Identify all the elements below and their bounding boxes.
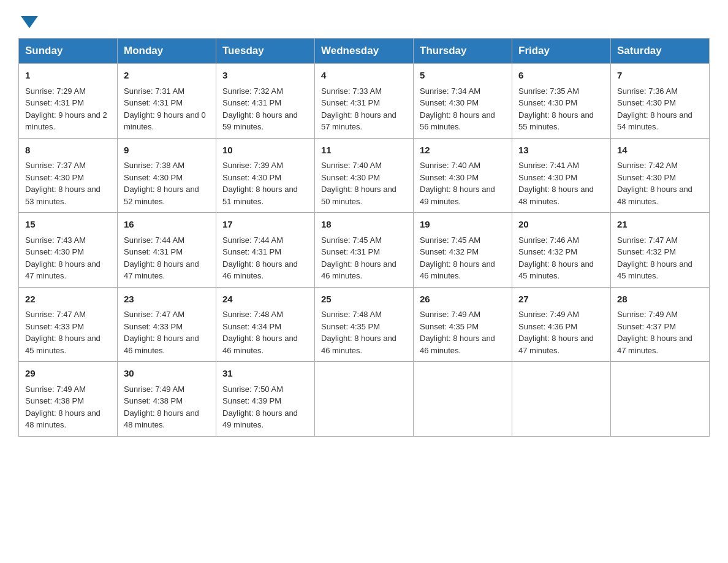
- day-cell-22: 22 Sunrise: 7:47 AM Sunset: 4:33 PM Dayl…: [19, 287, 118, 362]
- daylight-label: Daylight: 8 hours and 48 minutes.: [25, 408, 100, 430]
- daylight-label: Daylight: 8 hours and 52 minutes.: [124, 185, 199, 206]
- daylight-label: Daylight: 8 hours and 49 minutes.: [420, 185, 495, 206]
- sunrise-label: Sunrise: 7:45 AM: [420, 236, 480, 245]
- sunset-label: Sunset: 4:31 PM: [124, 247, 183, 256]
- daylight-label: Daylight: 8 hours and 45 minutes.: [25, 334, 100, 355]
- day-cell-15: 15 Sunrise: 7:43 AM Sunset: 4:30 PM Dayl…: [19, 213, 118, 288]
- day-cell-29: 29 Sunrise: 7:49 AM Sunset: 4:38 PM Dayl…: [19, 362, 118, 437]
- day-number: 1: [25, 69, 111, 83]
- day-number: 6: [518, 69, 604, 83]
- day-cell-26: 26 Sunrise: 7:49 AM Sunset: 4:35 PM Dayl…: [414, 287, 512, 362]
- sunrise-label: Sunrise: 7:32 AM: [222, 86, 283, 96]
- day-cell-21: 21 Sunrise: 7:47 AM Sunset: 4:32 PM Dayl…: [611, 213, 710, 288]
- day-cell-30: 30 Sunrise: 7:49 AM Sunset: 4:38 PM Dayl…: [118, 362, 216, 437]
- sunset-label: Sunset: 4:31 PM: [321, 247, 380, 256]
- day-cell-24: 24 Sunrise: 7:48 AM Sunset: 4:34 PM Dayl…: [216, 287, 315, 362]
- sunset-label: Sunset: 4:31 PM: [25, 98, 84, 107]
- sunset-label: Sunset: 4:31 PM: [222, 247, 281, 256]
- daylight-label: Daylight: 8 hours and 48 minutes.: [617, 185, 692, 206]
- day-cell-12: 12 Sunrise: 7:40 AM Sunset: 4:30 PM Dayl…: [414, 138, 512, 213]
- sunrise-label: Sunrise: 7:46 AM: [518, 236, 579, 245]
- daylight-label: Daylight: 8 hours and 53 minutes.: [25, 185, 100, 206]
- sunset-label: Sunset: 4:35 PM: [420, 322, 479, 331]
- week-row-4: 22 Sunrise: 7:47 AM Sunset: 4:33 PM Dayl…: [19, 287, 710, 362]
- sunrise-label: Sunrise: 7:31 AM: [124, 86, 184, 96]
- weekday-header-sunday: Sunday: [19, 39, 118, 64]
- daylight-label: Daylight: 8 hours and 47 minutes.: [617, 334, 692, 355]
- day-number: 3: [222, 69, 308, 83]
- sunrise-label: Sunrise: 7:45 AM: [321, 236, 382, 245]
- sunset-label: Sunset: 4:33 PM: [124, 322, 183, 331]
- day-number: 24: [222, 293, 308, 307]
- day-cell-7: 7 Sunrise: 7:36 AM Sunset: 4:30 PM Dayli…: [611, 64, 710, 139]
- sunset-label: Sunset: 4:34 PM: [222, 322, 281, 331]
- daylight-label: Daylight: 8 hours and 46 minutes.: [321, 334, 396, 355]
- day-number: 18: [321, 218, 407, 232]
- day-number: 11: [321, 144, 407, 158]
- sunset-label: Sunset: 4:38 PM: [124, 396, 183, 405]
- day-number: 26: [420, 293, 506, 307]
- day-number: 23: [124, 293, 210, 307]
- daylight-label: Daylight: 8 hours and 46 minutes.: [420, 259, 495, 281]
- sunrise-label: Sunrise: 7:48 AM: [321, 310, 382, 319]
- day-cell-9: 9 Sunrise: 7:38 AM Sunset: 4:30 PM Dayli…: [118, 138, 216, 213]
- day-number: 21: [617, 218, 703, 232]
- sunrise-label: Sunrise: 7:36 AM: [617, 86, 678, 96]
- daylight-label: Daylight: 8 hours and 57 minutes.: [321, 110, 396, 132]
- day-cell-4: 4 Sunrise: 7:33 AM Sunset: 4:31 PM Dayli…: [315, 64, 414, 139]
- sunrise-label: Sunrise: 7:49 AM: [617, 310, 678, 319]
- day-number: 10: [222, 144, 308, 158]
- day-cell-27: 27 Sunrise: 7:49 AM Sunset: 4:36 PM Dayl…: [512, 287, 611, 362]
- daylight-label: Daylight: 8 hours and 46 minutes.: [222, 334, 298, 355]
- day-cell-14: 14 Sunrise: 7:42 AM Sunset: 4:30 PM Dayl…: [611, 138, 710, 213]
- sunrise-label: Sunrise: 7:50 AM: [222, 385, 283, 394]
- sunset-label: Sunset: 4:35 PM: [321, 322, 380, 331]
- day-number: 15: [25, 218, 111, 232]
- daylight-label: Daylight: 8 hours and 45 minutes.: [518, 259, 594, 281]
- sunset-label: Sunset: 4:31 PM: [124, 98, 183, 107]
- sunrise-label: Sunrise: 7:43 AM: [25, 236, 86, 245]
- day-cell-17: 17 Sunrise: 7:44 AM Sunset: 4:31 PM Dayl…: [216, 213, 315, 288]
- sunrise-label: Sunrise: 7:40 AM: [321, 161, 382, 170]
- daylight-label: Daylight: 8 hours and 55 minutes.: [518, 110, 594, 132]
- sunrise-label: Sunrise: 7:47 AM: [617, 236, 678, 245]
- day-cell-25: 25 Sunrise: 7:48 AM Sunset: 4:35 PM Dayl…: [315, 287, 414, 362]
- day-number: 13: [518, 144, 604, 158]
- daylight-label: Daylight: 8 hours and 45 minutes.: [617, 259, 692, 281]
- day-number: 20: [518, 218, 604, 232]
- day-cell-19: 19 Sunrise: 7:45 AM Sunset: 4:32 PM Dayl…: [414, 213, 512, 288]
- weekday-header-saturday: Saturday: [611, 39, 710, 64]
- sunset-label: Sunset: 4:36 PM: [518, 322, 577, 331]
- sunset-label: Sunset: 4:30 PM: [321, 173, 380, 182]
- logo-general: [18, 12, 38, 28]
- sunset-label: Sunset: 4:32 PM: [420, 247, 479, 256]
- daylight-label: Daylight: 8 hours and 50 minutes.: [321, 185, 396, 206]
- sunrise-label: Sunrise: 7:44 AM: [222, 236, 283, 245]
- day-number: 14: [617, 144, 703, 158]
- daylight-label: Daylight: 8 hours and 51 minutes.: [222, 185, 298, 206]
- sunset-label: Sunset: 4:32 PM: [617, 247, 676, 256]
- weekday-header-wednesday: Wednesday: [315, 39, 414, 64]
- weekday-header-monday: Monday: [118, 39, 216, 64]
- day-number: 5: [420, 69, 506, 83]
- empty-cell: [611, 362, 710, 437]
- day-cell-1: 1 Sunrise: 7:29 AM Sunset: 4:31 PM Dayli…: [19, 64, 118, 139]
- sunset-label: Sunset: 4:30 PM: [420, 173, 479, 182]
- daylight-label: Daylight: 8 hours and 54 minutes.: [617, 110, 692, 132]
- daylight-label: Daylight: 9 hours and 0 minutes.: [124, 110, 206, 132]
- day-cell-23: 23 Sunrise: 7:47 AM Sunset: 4:33 PM Dayl…: [118, 287, 216, 362]
- daylight-label: Daylight: 8 hours and 47 minutes.: [518, 334, 594, 355]
- sunrise-label: Sunrise: 7:35 AM: [518, 86, 579, 96]
- empty-cell: [414, 362, 512, 437]
- sunset-label: Sunset: 4:30 PM: [617, 173, 676, 182]
- day-cell-28: 28 Sunrise: 7:49 AM Sunset: 4:37 PM Dayl…: [611, 287, 710, 362]
- sunrise-label: Sunrise: 7:42 AM: [617, 161, 678, 170]
- day-number: 29: [25, 367, 111, 381]
- day-number: 2: [124, 69, 210, 83]
- sunrise-label: Sunrise: 7:48 AM: [222, 310, 283, 319]
- day-number: 4: [321, 69, 407, 83]
- sunrise-label: Sunrise: 7:34 AM: [420, 86, 480, 96]
- empty-cell: [315, 362, 414, 437]
- daylight-label: Daylight: 8 hours and 47 minutes.: [124, 259, 199, 281]
- sunset-label: Sunset: 4:30 PM: [124, 173, 183, 182]
